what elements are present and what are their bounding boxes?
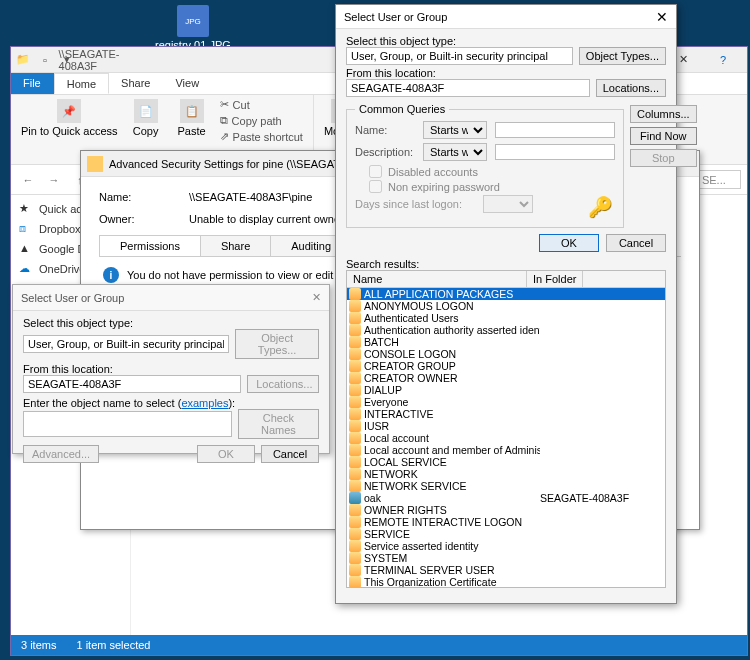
result-row[interactable]: BATCH <box>347 336 665 348</box>
gdrive-icon: ▲ <box>19 242 33 256</box>
result-row[interactable]: Local account <box>347 432 665 444</box>
principal-icon <box>349 324 361 336</box>
name-match-select[interactable]: Starts with <box>423 121 487 139</box>
back-button[interactable]: ← <box>17 169 39 191</box>
tab-share[interactable]: Share <box>109 73 163 94</box>
disabled-checkbox[interactable] <box>369 165 382 178</box>
result-row[interactable]: NETWORK <box>347 468 665 480</box>
result-row[interactable]: TERMINAL SERVER USER <box>347 564 665 576</box>
paste-button[interactable]: 📋Paste <box>170 97 214 144</box>
folder-icon <box>87 156 103 172</box>
jpg-icon: JPG <box>177 5 209 37</box>
common-queries: Common Queries Name: Starts with Descrip… <box>346 103 624 228</box>
cancel-button[interactable]: Cancel <box>606 234 666 252</box>
result-row[interactable]: CONSOLE LOGON <box>347 348 665 360</box>
tab-share[interactable]: Share <box>200 235 271 256</box>
otype-input[interactable] <box>23 335 229 353</box>
result-name: ANONYMOUS LOGON <box>364 300 540 312</box>
result-row[interactable]: Service asserted identity <box>347 540 665 552</box>
cut-icon: ✂ <box>220 98 229 111</box>
close-button[interactable]: ✕ <box>656 9 668 25</box>
copypath-button[interactable]: ⧉Copy path <box>216 113 307 128</box>
locations-button[interactable]: Locations... <box>596 79 666 97</box>
days-select[interactable] <box>483 195 533 213</box>
name-input[interactable] <box>495 122 615 138</box>
result-row[interactable]: CREATOR OWNER <box>347 372 665 384</box>
close-button[interactable]: ✕ <box>312 291 321 304</box>
object-name-input[interactable] <box>23 411 232 437</box>
advanced-button[interactable]: Advanced... <box>23 445 99 463</box>
result-row[interactable]: LOCAL SERVICE <box>347 456 665 468</box>
col-name[interactable]: Name <box>347 271 527 287</box>
tab-home[interactable]: Home <box>54 73 109 94</box>
loc-input[interactable] <box>346 79 590 97</box>
object-types-button[interactable]: Object Types... <box>579 47 666 65</box>
common-legend: Common Queries <box>355 103 449 115</box>
result-row[interactable]: Local account and member of Administrato… <box>347 444 665 456</box>
desc-label: Description: <box>355 146 415 158</box>
result-row[interactable]: NETWORK SERVICE <box>347 480 665 492</box>
otype-input[interactable] <box>346 47 573 65</box>
folder-icon: 📁 <box>15 52 31 68</box>
result-row[interactable]: Everyone <box>347 396 665 408</box>
forward-button[interactable]: → <box>43 169 65 191</box>
result-row[interactable]: SERVICE <box>347 528 665 540</box>
loc-input[interactable] <box>23 375 241 393</box>
help-button[interactable]: ? <box>703 49 743 71</box>
cancel-button[interactable]: Cancel <box>261 445 319 463</box>
name-value: \\SEAGATE-408A3F\pine <box>189 191 312 203</box>
result-row[interactable]: OWNER RIGHTS <box>347 504 665 516</box>
onedrive-icon: ☁ <box>19 262 33 276</box>
result-row[interactable]: ALL APPLICATION PACKAGES <box>347 288 665 300</box>
check-names-button[interactable]: Check Names <box>238 409 319 439</box>
result-name: LOCAL SERVICE <box>364 456 540 468</box>
results-label: Search results: <box>346 258 666 270</box>
pin-button[interactable]: 📌Pin to Quick access <box>17 97 122 144</box>
seluser-sm-title: Select User or Group <box>21 292 124 304</box>
principal-icon <box>349 384 361 396</box>
result-folder: SEAGATE-408A3F <box>540 492 629 504</box>
result-row[interactable]: REMOTE INTERACTIVE LOGON <box>347 516 665 528</box>
result-row[interactable]: This Organization Certificate <box>347 576 665 588</box>
cut-button[interactable]: ✂Cut <box>216 97 307 112</box>
principal-icon <box>349 372 361 384</box>
pasteshortcut-button[interactable]: ⇗Paste shortcut <box>216 129 307 144</box>
desktop-file-icon[interactable]: JPG registry 01.JPG <box>155 5 231 51</box>
result-row[interactable]: CREATOR GROUP <box>347 360 665 372</box>
results-list[interactable]: Name In Folder ALL APPLICATION PACKAGESA… <box>346 270 666 588</box>
object-types-button[interactable]: Object Types... <box>235 329 319 359</box>
col-folder[interactable]: In Folder <box>527 271 583 287</box>
tab-permissions[interactable]: Permissions <box>99 235 201 256</box>
nonexp-checkbox[interactable] <box>369 180 382 193</box>
desc-match-select[interactable]: Starts with <box>423 143 487 161</box>
loc-label: From this location: <box>23 363 319 375</box>
status-selected: 1 item selected <box>76 639 150 651</box>
result-name: SERVICE <box>364 528 540 540</box>
principal-icon <box>349 312 361 324</box>
result-row[interactable]: INTERACTIVE <box>347 408 665 420</box>
result-row[interactable]: IUSR <box>347 420 665 432</box>
ok-button[interactable]: OK <box>197 445 255 463</box>
pin-icon: 📌 <box>57 99 81 123</box>
qat-item[interactable]: ▫ <box>37 52 53 68</box>
tab-file[interactable]: File <box>11 73 54 94</box>
result-row[interactable]: Authenticated Users <box>347 312 665 324</box>
stop-button[interactable]: Stop <box>630 149 697 167</box>
result-row[interactable]: oakSEAGATE-408A3F <box>347 492 665 504</box>
desc-input[interactable] <box>495 144 615 160</box>
tab-view[interactable]: View <box>163 73 212 94</box>
info-icon: i <box>103 267 119 283</box>
copy-button[interactable]: 📄Copy <box>124 97 168 144</box>
principal-icon <box>349 576 361 588</box>
principal-icon <box>349 396 361 408</box>
examples-link[interactable]: examples <box>181 397 228 409</box>
ok-button[interactable]: OK <box>539 234 599 252</box>
result-row[interactable]: DIALUP <box>347 384 665 396</box>
result-row[interactable]: SYSTEM <box>347 552 665 564</box>
result-row[interactable]: Authentication authority asserted identi… <box>347 324 665 336</box>
locations-button[interactable]: Locations... <box>247 375 319 393</box>
result-row[interactable]: ANONYMOUS LOGON <box>347 300 665 312</box>
columns-button[interactable]: Columns... <box>630 105 697 123</box>
principal-icon <box>349 528 361 540</box>
findnow-button[interactable]: Find Now <box>630 127 697 145</box>
